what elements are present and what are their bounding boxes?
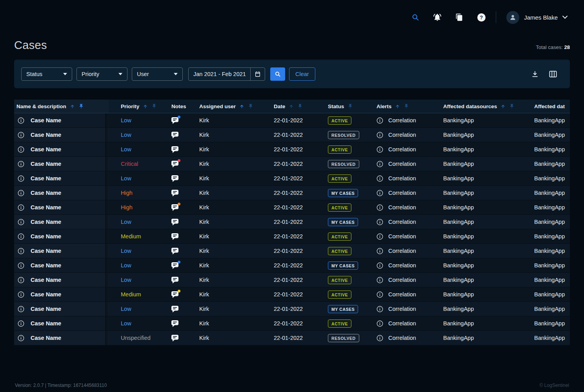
alert-info-icon[interactable] xyxy=(377,335,383,341)
case-info-icon[interactable] xyxy=(18,161,24,167)
user-filter-dropdown[interactable]: User xyxy=(132,67,183,81)
column-header[interactable]: Name & description xyxy=(14,100,109,113)
case-info-icon[interactable] xyxy=(18,291,24,298)
pin-icon[interactable] xyxy=(248,103,253,109)
table-row[interactable]: Case Name Low Kirk 22-01-2022 ACTIVE xyxy=(14,113,570,128)
alert-info-icon[interactable] xyxy=(377,146,383,153)
alert-info-icon[interactable] xyxy=(377,219,383,225)
table-row[interactable]: Case Name Critical Kirk 22-01-2022 RESOL… xyxy=(14,157,570,171)
table-row[interactable]: Case Name Low Kirk 22-01-2022 RESOLVED xyxy=(14,128,570,142)
notes-icon[interactable] xyxy=(171,190,178,196)
alert-info-icon[interactable] xyxy=(377,161,383,167)
pin-icon[interactable] xyxy=(509,103,515,109)
case-info-icon[interactable] xyxy=(18,219,24,225)
table-row[interactable]: Case Name Low Kirk 22-01-2022 MY CASES xyxy=(14,258,570,273)
alert-info-icon[interactable] xyxy=(377,320,383,327)
pin-icon[interactable] xyxy=(347,103,353,109)
table-row[interactable]: Case Name Low Kirk 22-01-2022 ACTIVE xyxy=(14,171,570,186)
case-info-icon[interactable] xyxy=(18,190,24,196)
alert-info-icon[interactable] xyxy=(377,262,383,269)
sort-arrow-icon[interactable] xyxy=(395,104,400,109)
case-info-icon[interactable] xyxy=(18,248,24,254)
column-header[interactable]: Status xyxy=(325,100,373,113)
search-button[interactable] xyxy=(270,67,285,81)
alert-info-icon[interactable] xyxy=(377,190,383,196)
table-row[interactable]: Case Name High Kirk 22-01-2022 ACTIVE xyxy=(14,200,570,215)
table-row[interactable]: Case Name Low Kirk 22-01-2022 ACTIVE xyxy=(14,273,570,287)
table-row[interactable]: Case Name Medium Kirk 22-01-2022 ACTIVE xyxy=(14,287,570,302)
sort-arrow-icon[interactable] xyxy=(289,104,294,109)
sort-arrow-icon[interactable] xyxy=(70,104,75,109)
pin-icon[interactable] xyxy=(151,103,157,109)
table-row[interactable]: Case Name Low Kirk 22-01-2022 ACTIVE xyxy=(14,244,570,258)
alert-info-icon[interactable] xyxy=(377,204,383,211)
case-info-icon[interactable] xyxy=(18,204,24,211)
case-info-icon[interactable] xyxy=(18,262,24,269)
sort-arrow-icon[interactable] xyxy=(500,104,506,109)
alert-info-icon[interactable] xyxy=(377,306,383,312)
case-info-icon[interactable] xyxy=(18,306,24,312)
notifications-bell-icon[interactable] xyxy=(433,13,442,22)
case-info-icon[interactable] xyxy=(18,320,24,327)
notes-icon[interactable] xyxy=(171,262,178,269)
clear-button[interactable]: Clear xyxy=(289,67,315,81)
notes-icon[interactable] xyxy=(171,277,178,283)
case-info-icon[interactable] xyxy=(18,117,24,124)
user-menu[interactable]: James Blake xyxy=(506,11,568,24)
notes-icon[interactable] xyxy=(171,306,178,312)
notes-icon[interactable] xyxy=(171,161,178,167)
notes-icon[interactable] xyxy=(171,219,178,225)
alert-info-icon[interactable] xyxy=(377,233,383,240)
date-range-picker[interactable]: Jan 2021 - Feb 2021 xyxy=(188,67,265,81)
column-header[interactable]: Affected dat xyxy=(531,100,570,113)
case-info-icon[interactable] xyxy=(18,277,24,283)
table-row[interactable]: Case Name Low Kirk 22-01-2022 MY CASES xyxy=(14,302,570,316)
case-info-icon[interactable] xyxy=(18,132,24,138)
alert-info-icon[interactable] xyxy=(377,117,383,124)
table-row[interactable]: Case Name Low Kirk 22-01-2022 ACTIVE xyxy=(14,316,570,331)
pin-icon[interactable] xyxy=(404,103,409,109)
help-icon[interactable]: ? xyxy=(477,13,486,22)
calendar-icon[interactable] xyxy=(250,68,265,80)
table-row[interactable]: Case Name Unspecified Kirk 22-01-2022 RE… xyxy=(14,331,570,345)
pin-icon[interactable] xyxy=(297,103,303,109)
table-row[interactable]: Case Name Medium Kirk 22-01-2022 ACTIVE xyxy=(14,229,570,244)
table-row[interactable]: Case Name Low Kirk 22-01-2022 MY CASES xyxy=(14,215,570,229)
download-icon[interactable] xyxy=(531,70,539,78)
sort-arrow-icon[interactable] xyxy=(239,104,244,109)
notes-icon[interactable] xyxy=(171,117,178,124)
notes-icon[interactable] xyxy=(171,335,178,341)
pin-icon[interactable] xyxy=(78,103,84,109)
notes-icon[interactable] xyxy=(171,248,178,254)
priority-filter-dropdown[interactable]: Priority xyxy=(76,67,127,81)
alert-info-icon[interactable] xyxy=(377,132,383,138)
table-row[interactable]: Case Name High Kirk 22-01-2022 MY CASES xyxy=(14,186,570,200)
notes-icon[interactable] xyxy=(171,233,178,240)
copy-documents-icon[interactable] xyxy=(455,13,464,22)
sort-arrow-icon[interactable] xyxy=(143,104,148,109)
table-row[interactable]: Case Name Low Kirk 22-01-2022 ACTIVE xyxy=(14,142,570,157)
column-header[interactable]: Assigned user xyxy=(196,100,271,113)
notes-icon[interactable] xyxy=(171,175,178,182)
notes-icon[interactable] xyxy=(171,146,178,153)
search-icon[interactable] xyxy=(411,13,420,22)
notes-icon[interactable] xyxy=(171,320,178,327)
notes-icon[interactable] xyxy=(171,204,178,211)
column-header[interactable]: Notes xyxy=(168,100,196,113)
notes-icon[interactable] xyxy=(171,291,178,298)
alert-info-icon[interactable] xyxy=(377,175,383,182)
columns-icon[interactable] xyxy=(549,70,557,78)
alert-info-icon[interactable] xyxy=(377,277,383,283)
alert-info-icon[interactable] xyxy=(377,248,383,254)
status-filter-dropdown[interactable]: Status xyxy=(21,67,72,81)
alert-info-icon[interactable] xyxy=(377,291,383,298)
case-info-icon[interactable] xyxy=(18,175,24,182)
case-info-icon[interactable] xyxy=(18,233,24,240)
column-header[interactable]: Alerts xyxy=(373,100,440,113)
column-header[interactable]: Date xyxy=(271,100,325,113)
case-info-icon[interactable] xyxy=(18,335,24,341)
column-header[interactable]: Priority xyxy=(109,100,168,113)
case-info-icon[interactable] xyxy=(18,146,24,153)
column-header[interactable]: Affected datasources xyxy=(440,100,531,113)
notes-icon[interactable] xyxy=(171,132,178,138)
